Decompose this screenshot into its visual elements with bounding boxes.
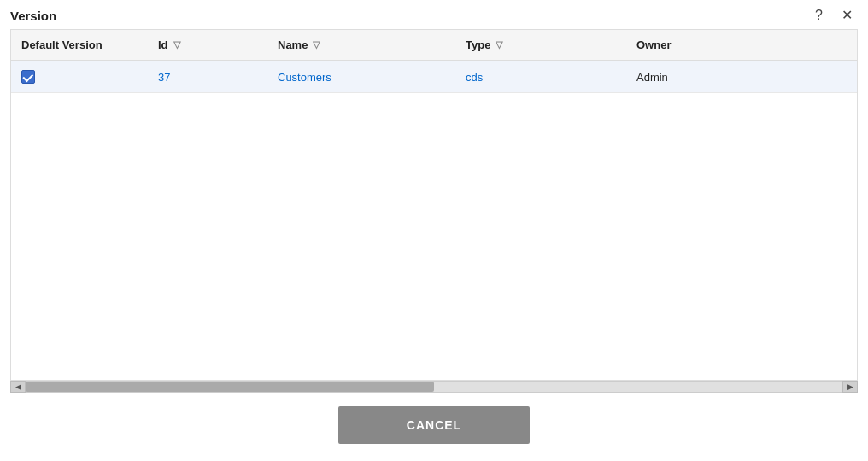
- col-header-default-version: Default Version: [11, 30, 148, 61]
- scrollbar-thumb[interactable]: [26, 382, 434, 392]
- dialog-title: Version: [10, 9, 56, 23]
- col-header-type: Type ▽: [455, 30, 626, 61]
- dialog-footer: CANCEL: [0, 393, 868, 461]
- table-row: 37 Customers cds Admin: [11, 61, 857, 93]
- scrollbar-inner: [26, 382, 842, 392]
- cell-name[interactable]: Customers: [267, 61, 455, 93]
- default-version-checkbox[interactable]: [21, 70, 35, 84]
- cell-type: cds: [455, 61, 626, 93]
- cancel-button[interactable]: CANCEL: [338, 406, 530, 444]
- col-header-owner: Owner: [626, 30, 857, 61]
- horizontal-scrollbar[interactable]: ◀ ▶: [10, 381, 858, 393]
- col-header-id: Id ▽: [148, 30, 267, 61]
- header-actions: ? ✕: [810, 7, 858, 24]
- data-table: Default Version Id ▽ Name: [11, 30, 857, 93]
- help-button[interactable]: ?: [810, 7, 828, 24]
- scroll-right-arrow[interactable]: ▶: [842, 381, 858, 393]
- cell-owner: Admin: [626, 61, 857, 93]
- type-filter-icon[interactable]: ▽: [496, 39, 502, 50]
- cell-default-version: [11, 61, 148, 93]
- table-header-row: Default Version Id ▽ Name: [11, 30, 857, 61]
- col-header-name: Name ▽: [267, 30, 455, 61]
- close-button[interactable]: ✕: [836, 7, 858, 24]
- id-filter-icon[interactable]: ▽: [173, 39, 180, 50]
- table-container: Default Version Id ▽ Name: [10, 29, 858, 381]
- version-dialog: Version ? ✕ Default Version: [0, 0, 868, 461]
- dialog-header: Version ? ✕: [0, 0, 868, 29]
- name-filter-icon[interactable]: ▽: [313, 39, 320, 50]
- dialog-body: Default Version Id ▽ Name: [0, 29, 868, 393]
- cell-id[interactable]: 37: [148, 61, 267, 93]
- scroll-left-arrow[interactable]: ◀: [10, 381, 26, 393]
